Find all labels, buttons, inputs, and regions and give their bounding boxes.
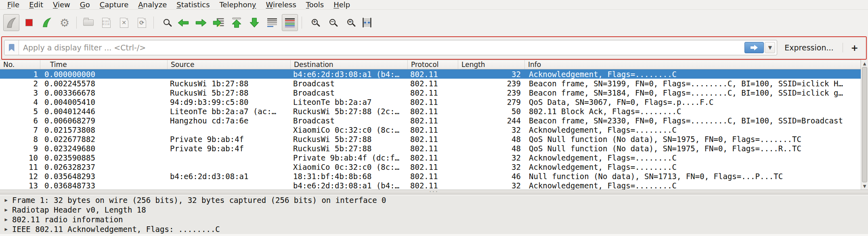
resize-columns-button[interactable]	[359, 14, 375, 31]
cell-protocol: 802.11	[408, 163, 458, 171]
cell-length: 244	[458, 116, 525, 125]
start-capture-button[interactable]	[3, 14, 19, 31]
cell-protocol: 802.11	[408, 107, 458, 116]
menu-wireless[interactable]: Wireless	[261, 0, 301, 9]
packet-row-9[interactable]: 90.023249680Private_9b:ab:4fRuckusWi_5b:…	[0, 144, 861, 153]
open-file-button[interactable]	[80, 14, 96, 31]
menu-telephony[interactable]: Telephony	[215, 0, 261, 9]
cell-source: Private_9b:ab:4f	[168, 135, 291, 144]
zoom-out-button[interactable]: −	[323, 14, 340, 31]
menu-statistics[interactable]: Statistics	[172, 0, 214, 9]
cell-no: 6	[0, 116, 40, 125]
cell-destination: b4:e6:2d:d3:08:a1 (b4:…	[291, 181, 408, 190]
filter-history-dropdown[interactable]: ▼	[765, 42, 775, 53]
packet-row-12[interactable]: 120.035648293b4:e6:2d:d3:08:a118:31:bf:4…	[0, 171, 861, 181]
packet-row-6[interactable]: 60.006068279Hangzhou_cd:7a:6eBroadcast80…	[0, 116, 861, 125]
cell-source: RuckusWi_1b:27:88	[168, 79, 291, 88]
menu-edit[interactable]: Edit	[24, 0, 48, 9]
packet-row-7[interactable]: 70.021573808XiaomiCo_0c:32:c0 (8c:…802.1…	[0, 125, 861, 134]
go-last-packet-button[interactable]	[246, 14, 262, 31]
go-forward-button[interactable]	[193, 14, 209, 31]
cell-length: 239	[458, 88, 525, 97]
cell-info: QoS Data, SN=3067, FN=0, Flags=.p....F.C	[525, 98, 861, 107]
go-back-button[interactable]	[175, 14, 191, 31]
cell-time: 0.023590885	[40, 153, 168, 162]
cell-info: Acknowledgement, Flags=........C	[525, 70, 861, 79]
cell-time: 0.036848733	[40, 181, 168, 190]
display-filter-input[interactable]	[19, 40, 744, 55]
menu-analyze[interactable]: Analyze	[133, 0, 172, 9]
cell-time: 0.035648293	[40, 172, 168, 181]
filter-bookmark-button[interactable]	[4, 40, 19, 55]
pane-splitter[interactable]: ···	[0, 190, 868, 194]
display-filter-bar: ▼ Expression... +	[0, 36, 868, 60]
packet-row-1[interactable]: 10.000000000b4:e6:2d:d3:08:a1 (b4:…802.1…	[0, 69, 861, 79]
column-header-protocol[interactable]: Protocol	[408, 60, 458, 69]
folder-icon	[83, 19, 94, 26]
packet-row-11[interactable]: 110.026328237XiaomiCo_0c:32:c0 (8c:…802.…	[0, 162, 861, 171]
column-header-time[interactable]: Time	[40, 60, 168, 69]
scrollbar-thumb[interactable]	[862, 67, 867, 182]
cell-time: 0.002245578	[40, 79, 168, 88]
cell-no: 2	[0, 79, 40, 88]
display-filter-field[interactable]: ▼	[4, 40, 777, 55]
expression-button[interactable]: Expression...	[784, 43, 833, 52]
colorize-packets-button[interactable]	[282, 14, 298, 31]
colorize-icon	[284, 18, 296, 27]
column-header-no[interactable]: No.	[0, 60, 40, 69]
save-file-button[interactable]: 01010110	[98, 14, 114, 31]
reload-file-button[interactable]: ⟳	[134, 14, 150, 31]
column-header-length[interactable]: Length	[458, 60, 525, 69]
menu-go[interactable]: Go	[75, 0, 95, 9]
cell-time: 0.022677882	[40, 135, 168, 144]
expand-icon[interactable]: ▶	[0, 226, 12, 232]
close-file-button[interactable]: ✕	[116, 14, 132, 31]
stop-capture-button[interactable]	[21, 14, 37, 31]
packet-row-3[interactable]: 30.003366678RuckusWi_5b:27:88Broadcast80…	[0, 88, 861, 97]
zoom-normal-button[interactable]: =	[341, 14, 357, 31]
zoom-in-button[interactable]: +	[306, 14, 322, 31]
packet-list-header: No.TimeSourceDestinationProtocolLengthIn…	[0, 60, 868, 69]
expand-icon[interactable]: ▶	[0, 207, 12, 213]
apply-filter-button[interactable]	[744, 42, 764, 53]
toolbar-separator	[302, 17, 302, 29]
detail-row[interactable]: ▶Radiotap Header v0, Length 18	[0, 205, 868, 215]
add-filter-button[interactable]: +	[851, 43, 858, 53]
packet-row-4[interactable]: 40.00400541094:d9:b3:99:c5:80LiteonTe_bb…	[0, 97, 861, 107]
cell-info: QoS Null function (No data), SN=1975, FN…	[525, 135, 861, 144]
restart-capture-button[interactable]	[39, 14, 55, 31]
column-header-info[interactable]: Info	[525, 60, 861, 69]
expand-icon[interactable]: ▶	[0, 217, 12, 222]
cell-length: 32	[458, 70, 525, 79]
detail-row[interactable]: ▶IEEE 802.11 Acknowledgement, Flags: ...…	[0, 224, 868, 234]
expand-icon[interactable]: ▶	[0, 197, 12, 203]
scroll-down-icon[interactable]: ▼	[861, 182, 868, 190]
menu-tools[interactable]: Tools	[301, 0, 329, 9]
column-header-destination[interactable]: Destination	[291, 60, 408, 69]
packet-row-2[interactable]: 20.002245578RuckusWi_1b:27:88Broadcast80…	[0, 79, 861, 88]
packet-row-10[interactable]: 100.023590885Private_9b:ab:4f (dc:f…802.…	[0, 153, 861, 162]
auto-scroll-button[interactable]	[264, 14, 280, 31]
find-packet-button[interactable]	[157, 14, 174, 31]
cell-destination: LiteonTe_bb:2a:a7	[291, 98, 408, 107]
menu-file[interactable]: File	[2, 0, 24, 9]
cell-length: 46	[458, 172, 525, 181]
toolbar-separator	[76, 17, 77, 29]
go-to-packet-button[interactable]	[211, 14, 227, 31]
menu-capture[interactable]: Capture	[95, 0, 134, 9]
go-first-packet-button[interactable]	[229, 14, 245, 31]
menu-view[interactable]: View	[48, 0, 75, 9]
cell-source: LiteonTe_bb:2a:a7 (ac:…	[168, 107, 291, 116]
menu-help[interactable]: Help	[329, 0, 355, 9]
vertical-scrollbar[interactable]: ▲ ▼	[861, 60, 868, 190]
cell-destination: XiaomiCo_0c:32:c0 (8c:…	[291, 125, 408, 134]
menu-bar: FileEditViewGoCaptureAnalyzeStatisticsTe…	[0, 0, 868, 10]
capture-options-button[interactable]: ⚙	[57, 14, 73, 31]
gear-icon: ⚙	[60, 17, 69, 28]
detail-row[interactable]: ▶802.11 radio information	[0, 215, 868, 224]
scroll-up-icon[interactable]: ▲	[861, 60, 868, 67]
column-header-source[interactable]: Source	[168, 60, 291, 69]
detail-row[interactable]: ▶Frame 1: 32 bytes on wire (256 bits), 3…	[0, 195, 868, 205]
packet-row-5[interactable]: 50.004012446LiteonTe_bb:2a:a7 (ac:…Rucku…	[0, 107, 861, 116]
packet-row-8[interactable]: 80.022677882Private_9b:ab:4fRuckusWi_5b:…	[0, 134, 861, 144]
